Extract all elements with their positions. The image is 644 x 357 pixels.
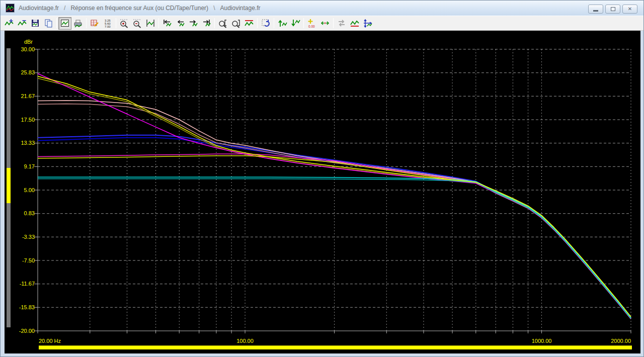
- subtract-curve-icon: [17, 18, 27, 28]
- toolbar: 3.255.607.000.00: [1, 16, 643, 31]
- close-button[interactable]: ✕: [622, 5, 637, 14]
- baseline-curve-icon: [350, 18, 360, 28]
- window-title: Audiovintage.fr/Réponse en fréquence sur…: [19, 5, 261, 12]
- curve-bass-high-pink-rosy: [38, 104, 631, 319]
- x-tick-label: 20.00 Hz: [39, 338, 61, 344]
- toolbar-separator: [333, 18, 334, 28]
- svg-text:7.00: 7.00: [105, 25, 111, 28]
- toolbar-separator: [86, 18, 87, 28]
- x-tick-label: 2000.00: [611, 338, 631, 344]
- copy-curve-button[interactable]: [42, 17, 55, 30]
- zoom-out-horizontal-icon: [132, 18, 142, 28]
- restore-button[interactable]: [605, 5, 620, 14]
- y-tick-label: 9.17: [5, 163, 35, 170]
- y-tick-label: 30.00: [5, 46, 35, 53]
- shift-curve-down-button[interactable]: [289, 17, 302, 30]
- value-list-icon: 3.255.607.00: [103, 18, 113, 28]
- go-first-icon: [162, 18, 172, 28]
- toolbar-separator: [303, 18, 304, 28]
- title-separator-1: /: [64, 5, 65, 12]
- curve-bass-max-yellow: [38, 76, 631, 317]
- y-tick-label: 25.83: [5, 69, 35, 76]
- show-graph-button[interactable]: [58, 17, 71, 30]
- rotate-selection-icon: [261, 18, 271, 28]
- toolbar-separator: [274, 18, 274, 28]
- y-tick-label: 17.50: [5, 117, 35, 123]
- axis-settings-button[interactable]: [361, 17, 374, 30]
- client-area: dBr 30.0025.8321.6717.5013.339.175.000.8…: [1, 31, 643, 356]
- value-list-button[interactable]: 3.255.607.00: [101, 17, 114, 30]
- add-offset-icon: 0.00: [307, 18, 317, 28]
- go-last-icon: [201, 18, 211, 28]
- toolbar-separator: [257, 18, 258, 28]
- curve-flat-cyan-bright: [38, 177, 631, 317]
- toolbar-separator: [116, 18, 116, 28]
- app-window: Audiovintage.fr/Réponse en fréquence sur…: [0, 0, 644, 357]
- baseline-curve-button[interactable]: [348, 17, 361, 30]
- edit-values-button[interactable]: [88, 17, 101, 30]
- y-tick-label: 5.00: [5, 187, 35, 194]
- title-part-left: Audiovintage.fr: [19, 5, 59, 12]
- y-tick-label: -3.33: [5, 234, 35, 240]
- add-offset-button[interactable]: 0.00: [305, 17, 318, 30]
- y-tick-label: -20.00: [5, 328, 35, 334]
- app-icon: [6, 4, 15, 13]
- fit-curve-button[interactable]: [144, 17, 157, 30]
- shift-curve-up-icon: [277, 18, 287, 28]
- split-curves-button[interactable]: [318, 17, 332, 30]
- copy-curve-icon: [43, 18, 53, 28]
- save-curve-icon: [30, 18, 40, 28]
- title-part-middle: Réponse en fréquence sur Aux (ou CD/Tape…: [70, 5, 208, 12]
- subtract-curve-button[interactable]: [16, 17, 29, 30]
- y-tick-label: -11.67: [5, 281, 35, 287]
- frequency-response-chart[interactable]: [5, 31, 640, 353]
- title-bar[interactable]: Audiovintage.fr/Réponse en fréquence sur…: [1, 1, 643, 16]
- save-curve-button[interactable]: [29, 17, 42, 30]
- y-tick-label: -15.83: [5, 304, 35, 311]
- zoom-out-horizontal-button[interactable]: [131, 17, 144, 30]
- restore-icon: [611, 7, 615, 11]
- svg-text:0.00: 0.00: [308, 25, 315, 28]
- plot-area[interactable]: dBr 30.0025.8321.6717.5013.339.175.000.8…: [5, 31, 640, 353]
- close-icon: ✕: [628, 7, 632, 12]
- zoom-in-horizontal-button[interactable]: [118, 17, 131, 30]
- swap-curves-icon: [337, 18, 347, 28]
- go-previous-button[interactable]: [174, 17, 187, 30]
- toolbar-separator: [158, 18, 159, 28]
- y-axis-unit-label: dBr: [5, 39, 33, 45]
- go-last-button[interactable]: [200, 17, 213, 30]
- go-first-button[interactable]: [160, 17, 174, 30]
- minimize-button[interactable]: [588, 5, 603, 14]
- zoom-select-left-button[interactable]: [216, 17, 229, 30]
- x-tick-label: 1000.00: [532, 338, 552, 344]
- toolbar-separator: [56, 18, 57, 28]
- y-tick-label: 21.67: [5, 93, 35, 100]
- title-separator-2: \: [213, 5, 215, 12]
- caption-buttons: ✕: [588, 5, 637, 14]
- curve-overline-button[interactable]: [243, 17, 256, 30]
- zoom-select-right-button[interactable]: [229, 17, 243, 30]
- zoom-select-left-icon: [218, 18, 228, 28]
- edit-values-icon: [90, 18, 100, 28]
- go-previous-icon: [175, 18, 185, 28]
- shift-curve-up-button[interactable]: [276, 17, 289, 30]
- zoom-in-horizontal-icon: [119, 18, 129, 28]
- go-next-button[interactable]: [187, 17, 200, 30]
- swap-curves-button[interactable]: [335, 17, 348, 30]
- shift-curve-down-icon: [290, 18, 300, 28]
- print-graph-icon: [73, 18, 83, 28]
- toolbar-separator: [214, 18, 215, 28]
- rotate-selection-button[interactable]: [259, 17, 272, 30]
- add-curve-icon: [4, 18, 14, 28]
- print-graph-button[interactable]: [71, 17, 85, 30]
- add-curve-button[interactable]: [3, 17, 16, 30]
- y-tick-label: -7.50: [5, 257, 35, 264]
- split-curves-icon: [320, 18, 330, 28]
- curve-overline-icon: [244, 18, 254, 28]
- go-next-icon: [188, 18, 198, 28]
- show-graph-icon: [60, 18, 70, 28]
- app-waveform-icon: [6, 4, 14, 12]
- minimize-icon: [593, 10, 598, 12]
- horizontal-range-indicator[interactable]: [39, 345, 632, 349]
- y-tick-label: 0.83: [5, 210, 35, 217]
